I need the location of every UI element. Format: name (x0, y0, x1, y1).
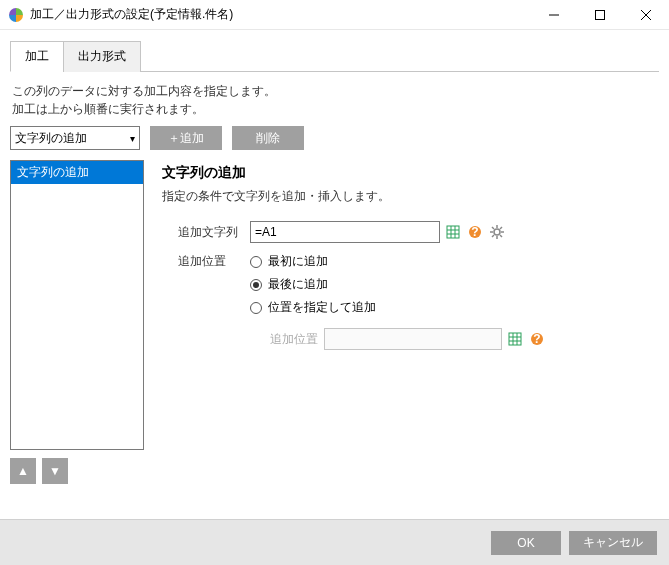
radio-position[interactable]: 位置を指定して追加 (250, 299, 546, 316)
detail-subheading: 指定の条件で文字列を追加・挿入します。 (162, 188, 659, 205)
grid-picker-icon[interactable] (506, 330, 524, 348)
radio-append[interactable]: 最後に追加 (250, 276, 546, 293)
move-up-button[interactable]: ▲ (10, 458, 36, 484)
svg-text:?: ? (533, 332, 540, 346)
gear-icon[interactable] (488, 223, 506, 241)
svg-rect-1 (596, 10, 605, 19)
radio-icon (250, 302, 262, 314)
arrow-up-icon: ▲ (17, 464, 29, 478)
add-pos-label: 追加位置 (162, 253, 250, 270)
cancel-button[interactable]: キャンセル (569, 531, 657, 555)
description: この列のデータに対する加工内容を指定します。 加工は上から順番に実行されます。 (12, 82, 657, 118)
operation-combobox[interactable]: 文字列の追加 ▾ (10, 126, 140, 150)
list-item[interactable]: 文字列の追加 (11, 161, 143, 184)
tab-bar: 加工 出力形式 (10, 40, 659, 72)
svg-line-19 (492, 235, 494, 237)
window-title: 加工／出力形式の設定(予定情報.件名) (30, 6, 531, 23)
titlebar: 加工／出力形式の設定(予定情報.件名) (0, 0, 669, 30)
svg-point-11 (494, 229, 500, 235)
detail-panel: 文字列の追加 指定の条件で文字列を追加・挿入します。 追加文字列 ? 追加位置 … (162, 160, 659, 484)
operation-combobox-value: 文字列の追加 (15, 130, 87, 147)
delete-button[interactable]: 削除 (232, 126, 304, 150)
position-input (324, 328, 502, 350)
tab-processing[interactable]: 加工 (10, 41, 64, 72)
maximize-button[interactable] (577, 0, 623, 30)
svg-line-17 (500, 235, 502, 237)
detail-heading: 文字列の追加 (162, 164, 659, 182)
svg-line-16 (492, 227, 494, 229)
ok-button[interactable]: OK (491, 531, 561, 555)
add-button[interactable]: ＋追加 (150, 126, 222, 150)
help-icon[interactable]: ? (528, 330, 546, 348)
radio-label: 最後に追加 (268, 276, 328, 293)
minimize-button[interactable] (531, 0, 577, 30)
radio-icon (250, 279, 262, 291)
description-line2: 加工は上から順番に実行されます。 (12, 100, 657, 118)
move-down-button[interactable]: ▼ (42, 458, 68, 484)
radio-prepend[interactable]: 最初に追加 (250, 253, 546, 270)
app-icon (8, 7, 24, 23)
add-string-input[interactable] (250, 221, 440, 243)
radio-label: 位置を指定して追加 (268, 299, 376, 316)
svg-rect-4 (447, 226, 459, 238)
radio-icon (250, 256, 262, 268)
svg-line-18 (500, 227, 502, 229)
radio-label: 最初に追加 (268, 253, 328, 270)
chevron-down-icon: ▾ (130, 133, 135, 144)
add-string-label: 追加文字列 (162, 224, 250, 241)
operations-listbox[interactable]: 文字列の追加 (10, 160, 144, 450)
close-button[interactable] (623, 0, 669, 30)
position-label: 追加位置 (270, 331, 324, 348)
arrow-down-icon: ▼ (49, 464, 61, 478)
description-line1: この列のデータに対する加工内容を指定します。 (12, 82, 657, 100)
svg-rect-20 (509, 333, 521, 345)
help-icon[interactable]: ? (466, 223, 484, 241)
tab-output-format[interactable]: 出力形式 (63, 41, 141, 72)
svg-text:?: ? (471, 225, 478, 239)
grid-picker-icon[interactable] (444, 223, 462, 241)
dialog-footer: OK キャンセル (0, 519, 669, 565)
